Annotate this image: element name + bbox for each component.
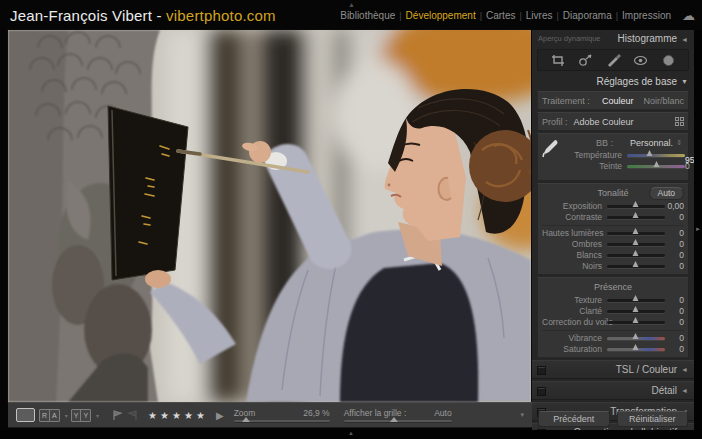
slider-value[interactable]: 0: [685, 161, 690, 171]
slider-thumb[interactable]: [633, 261, 639, 267]
red-eye-icon[interactable]: [633, 54, 648, 67]
zoom-slider-thumb[interactable]: [242, 417, 250, 422]
heal-icon[interactable]: [578, 54, 593, 67]
slider-value[interactable]: 0: [665, 306, 684, 316]
slider-value[interactable]: 0: [665, 344, 684, 354]
module-livres[interactable]: Livres: [526, 10, 553, 21]
slider-value[interactable]: 0: [665, 317, 684, 327]
slider-track[interactable]: [607, 205, 665, 208]
crop-icon[interactable]: [551, 54, 566, 67]
brush-icon[interactable]: [606, 54, 621, 67]
slider-row: Exposition0,00: [542, 201, 684, 211]
slider-value[interactable]: 0: [665, 228, 684, 238]
right-panel-collapse-icon[interactable]: ►: [695, 226, 701, 232]
slider-value[interactable]: 0: [665, 333, 684, 343]
previous-button[interactable]: Précédent: [538, 411, 610, 427]
pick-flag-icon[interactable]: [112, 410, 123, 421]
grid-slider-thumb[interactable]: [390, 417, 398, 422]
profile-label: Profil :: [542, 117, 568, 127]
auto-tone-button[interactable]: Auto: [649, 187, 685, 200]
slider-value[interactable]: 0: [665, 261, 684, 271]
filmstrip-edge[interactable]: ▲: [0, 430, 702, 439]
top-panel-expand-icon[interactable]: ▲: [348, 1, 355, 8]
panel-collapse-icon[interactable]: ◄: [681, 366, 688, 373]
panel-toggle-switch[interactable]: [537, 387, 546, 396]
basic-panel-header[interactable]: Réglages de base ▼: [532, 74, 694, 89]
slider-value[interactable]: 0: [665, 295, 684, 305]
play-slideshow-icon[interactable]: ▶: [216, 410, 224, 421]
slider-track[interactable]: [607, 348, 665, 351]
profile-value[interactable]: Adobe Couleur: [574, 117, 634, 127]
slider-track[interactable]: [607, 310, 665, 313]
slider-track[interactable]: [607, 216, 665, 219]
slider-track[interactable]: [607, 337, 665, 340]
slider-label: Texture: [542, 295, 607, 305]
before-after-dropdown-icon[interactable]: ▾: [96, 412, 99, 419]
loupe-view-icon[interactable]: [16, 408, 35, 422]
slider-thumb[interactable]: [633, 333, 639, 339]
wb-value[interactable]: Personnal.: [630, 138, 673, 148]
slider-value[interactable]: 0: [665, 212, 684, 222]
slider-track[interactable]: [607, 243, 665, 246]
filmstrip-expand-icon[interactable]: ▲: [348, 430, 354, 436]
wb-eyedropper-icon[interactable]: [542, 138, 558, 158]
zoom-value[interactable]: 26,9 %: [303, 408, 329, 418]
reject-flag-icon[interactable]: [127, 410, 138, 421]
grid-mode-value[interactable]: Auto: [434, 408, 452, 418]
before-after-view-icon[interactable]: YY: [71, 409, 91, 422]
module-cartes[interactable]: Cartes: [486, 10, 515, 21]
slider-thumb[interactable]: [633, 201, 639, 207]
histogram-header[interactable]: Aperçu dynamique Histogramme◄: [532, 30, 694, 47]
slider-thumb[interactable]: [633, 250, 639, 256]
slider-thumb[interactable]: [633, 306, 639, 312]
module-impression[interactable]: Impression: [622, 10, 671, 21]
treatment-color-option[interactable]: Couleur: [602, 96, 634, 106]
module-diaporama[interactable]: Diaporama: [563, 10, 612, 21]
module-bibliothèque[interactable]: Bibliothèque: [340, 10, 395, 21]
collapsed-panels: TSL / Couleur◄Détail◄Transformation◄Corr…: [532, 360, 694, 439]
zoom-slider[interactable]: [234, 420, 330, 422]
toolbar-options-chevron-icon[interactable]: ▾: [520, 411, 524, 419]
wb-dropdown-icon[interactable]: ⇕: [676, 139, 682, 147]
slider-thumb[interactable]: [633, 317, 639, 323]
slider-track[interactable]: [607, 232, 665, 235]
smart-preview-label: Aperçu dynamique: [538, 34, 601, 43]
star-rating[interactable]: ★★★★★: [148, 410, 208, 421]
panel-collapse-icon[interactable]: ◄: [681, 387, 688, 394]
slider-track[interactable]: [607, 254, 665, 257]
right-panel-edge[interactable]: ►: [694, 30, 702, 430]
module-développement[interactable]: Développement: [406, 10, 476, 21]
slider-thumb[interactable]: [654, 161, 660, 167]
slider-track[interactable]: [627, 165, 685, 168]
slider-value[interactable]: 0: [665, 250, 684, 260]
panel-toggle-switch[interactable]: [537, 366, 546, 375]
photo-illustration: [8, 30, 531, 402]
slider-track[interactable]: [607, 321, 665, 324]
reference-view-dropdown-icon[interactable]: ▾: [65, 412, 68, 419]
profile-browser-icon[interactable]: [675, 117, 684, 126]
grid-slider[interactable]: [344, 420, 452, 422]
slider-value[interactable]: 0: [665, 239, 684, 249]
slider-thumb[interactable]: [633, 239, 639, 245]
cloud-sync-icon[interactable]: ☁: [682, 8, 695, 23]
slider-thumb[interactable]: [633, 228, 639, 234]
treatment-row: Traitement : Couleur Noir/blanc: [537, 91, 689, 110]
wb-preset-row[interactable]: BB : Personnal. ⇕: [562, 136, 684, 149]
slider-thumb[interactable]: [647, 150, 653, 156]
slider-thumb[interactable]: [633, 295, 639, 301]
slider-track[interactable]: [607, 299, 665, 302]
slider-track[interactable]: [607, 265, 665, 268]
slider-track[interactable]: [627, 154, 685, 157]
slider-thumb[interactable]: [633, 212, 639, 218]
panel-header[interactable]: TSL / Couleur◄: [532, 360, 694, 379]
treatment-bw-option[interactable]: Noir/blanc: [643, 96, 684, 106]
slider-value[interactable]: 0,00: [665, 201, 684, 211]
reference-view-icon[interactable]: RA: [39, 409, 60, 422]
panel-header[interactable]: Détail◄: [532, 381, 694, 400]
slider-thumb[interactable]: [633, 344, 639, 350]
masking-icon[interactable]: [661, 54, 676, 67]
reset-button[interactable]: Réinitialiser: [617, 411, 689, 427]
photo-canvas[interactable]: [8, 30, 531, 402]
histogram-collapse-icon[interactable]: ◄: [681, 36, 688, 43]
basic-panel-expand-icon[interactable]: ▼: [681, 78, 688, 85]
